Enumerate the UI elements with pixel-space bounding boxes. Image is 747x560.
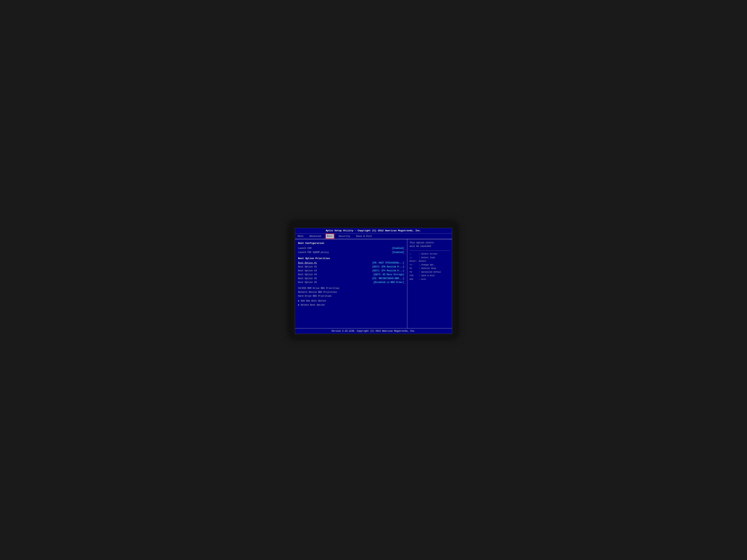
shortcut-row: +/-: Change Opt. (410, 263, 449, 266)
side-panel: This option controwill be launched ↔: Se… (407, 239, 452, 328)
screen-bezel: Aptio Setup Utility - Copyright (C) 2012… (290, 222, 457, 338)
boot-option-row[interactable]: Boot Option #3[UEFI: IP4 Realtek P...] (298, 269, 404, 272)
shortcut-key: ESC (410, 278, 419, 281)
shortcut-desc: : Select Item (419, 256, 435, 259)
boot-option-label: Boot Option #3 (298, 269, 317, 272)
launch-pxe-value: [Enabled] (392, 251, 404, 254)
shortcut-row: F10: Save & Exit (410, 274, 449, 277)
shortcut-desc: : Save & Exit (419, 274, 435, 277)
action-item[interactable]: Add New Boot Option (298, 299, 404, 302)
shortcut-desc: : Change Opt. (419, 263, 435, 266)
menu-advanced[interactable]: Advanced (308, 234, 322, 239)
menu-boot[interactable]: Boot (326, 234, 334, 239)
boot-option-value: [UEFI: AI Mass Storage] (373, 273, 404, 276)
boot-option-label: Boot Option #5 (298, 277, 317, 280)
boot-option-label: Boot Option #2 (298, 265, 317, 268)
boot-option-label: Boot Option #6 (298, 281, 317, 284)
bios-screen: Aptio Setup Utility - Copyright (C) 2012… (295, 228, 452, 334)
shortcut-row: ↔: Select Screen (410, 252, 449, 256)
launch-pxe-row: Launch PXE OpROM policy [Enabled] (298, 251, 404, 254)
shortcut-key: F10 (410, 274, 419, 277)
launch-pxe-label: Launch PXE OpROM policy (298, 251, 329, 254)
boot-option-value: [P0: HGST HTS545050A...] (372, 261, 404, 265)
boot-option-label: Boot Option #4 (298, 273, 317, 276)
footer-text: Version 2.15.1236. Copyright (C) 2012 Am… (331, 330, 416, 332)
menu-main[interactable]: Main (297, 234, 305, 239)
menu-save-exit[interactable]: Save & Exit (355, 234, 373, 239)
bbs-item[interactable]: Hard Drive BBS Priorities (298, 294, 404, 298)
boot-option-row[interactable]: Boot Option #5[P1: MATSHITADVD-RAM...] (298, 277, 404, 280)
bbs-item[interactable]: CD/DVD ROM Drive BBS Priorities (298, 287, 404, 290)
launch-csm-value: [Enabled] (392, 247, 404, 250)
shortcuts-list: ↔: Select Screen↑↓: Select ItemEnter:Sel… (410, 252, 449, 281)
shortcut-key: ↔ (410, 252, 419, 256)
shortcut-desc: : Select Screen (419, 252, 437, 256)
boot-option-row[interactable]: Boot Option #6[Disabled in BBS Order] (298, 281, 404, 284)
action-items-list: Add New Boot OptionDelete Boot Option (298, 299, 404, 307)
help-text: This option controwill be launched (410, 241, 449, 248)
boot-options-list: Boot Option #1[P0: HGST HTS545050A...]Bo… (298, 261, 404, 284)
shortcut-row: F9: Optimized Defaul (410, 271, 449, 274)
boot-option-value: [P1: MATSHITADVD-RAM...] (372, 277, 404, 280)
boot-options-title: Boot Option Priorities (298, 257, 404, 260)
boot-option-row[interactable]: Boot Option #2[UEFI: IP6 Realtek P...] (298, 265, 404, 268)
boot-option-row[interactable]: Boot Option #1[P0: HGST HTS545050A...] (298, 261, 404, 265)
shortcut-row: ESC: Exit (410, 278, 449, 281)
boot-option-value: [UEFI: IP6 Realtek P...] (372, 265, 404, 268)
boot-config-title: Boot Configuration (298, 241, 404, 245)
menu-security[interactable]: Security (338, 234, 351, 239)
shortcut-desc: : Optimized Defaul (419, 271, 441, 274)
title-text: Aptio Setup Utility - Copyright (C) 2012… (326, 229, 421, 232)
bbs-items-list: CD/DVD ROM Drive BBS PrioritiesNetwork D… (298, 287, 404, 298)
menu-bar: Main Advanced Boot Security Save & Exit (295, 234, 452, 239)
action-item[interactable]: Delete Boot Option (298, 303, 404, 307)
shortcut-row: ↑↓: Select Item (410, 256, 449, 259)
content-area: Boot Configuration Launch CSM [Enabled] … (295, 239, 452, 328)
launch-csm-row: Launch CSM [Enabled] (298, 247, 404, 250)
shortcut-row: Enter:Select (410, 260, 449, 263)
boot-option-row[interactable]: Boot Option #4[UEFI: AI Mass Storage] (298, 273, 404, 276)
shortcut-key: Enter: (410, 260, 419, 263)
shortcut-key: F9 (410, 271, 419, 274)
main-panel: Boot Configuration Launch CSM [Enabled] … (295, 239, 407, 328)
shortcut-key: F1 (410, 267, 419, 270)
bbs-section: CD/DVD ROM Drive BBS PrioritiesNetwork D… (298, 287, 404, 298)
bbs-item[interactable]: Network Device BBS Priorities (298, 291, 404, 294)
shortcut-key: +/- (410, 263, 419, 266)
footer: Version 2.15.1236. Copyright (C) 2012 Am… (295, 328, 452, 334)
boot-option-label: Boot Option #1 (298, 261, 317, 265)
boot-option-value: [Disabled in BBS Order] (373, 281, 404, 284)
boot-option-value: [UEFI: IP4 Realtek P...] (372, 269, 404, 272)
shortcut-desc: : Exit (419, 278, 426, 281)
shortcut-row: F1: General Help (410, 267, 449, 270)
launch-csm-label: Launch CSM (298, 247, 311, 250)
title-bar: Aptio Setup Utility - Copyright (C) 2012… (295, 228, 452, 234)
shortcut-key: ↑↓ (410, 256, 419, 259)
shortcut-desc: Select (419, 260, 426, 263)
shortcut-desc: : General Help (419, 267, 436, 270)
